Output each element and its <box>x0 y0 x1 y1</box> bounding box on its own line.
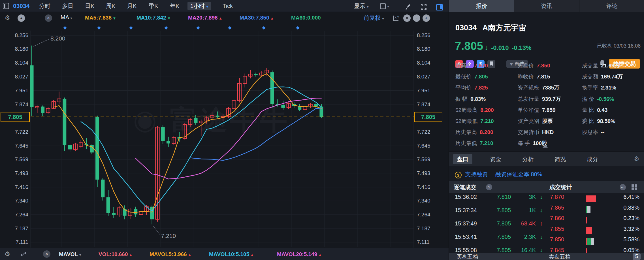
stat-label: 成交量 <box>582 62 598 69</box>
futu-trading-window: 03034 分时多日日K周K月K季K年K 1小时 ▾ Tick 显示 ▾ ▾ <box>0 0 644 260</box>
settings-gear-icon[interactable]: ⚙ <box>634 155 639 163</box>
stat-label: 52周最低 <box>455 118 477 125</box>
candlestick-chart[interactable]: 8.2007.210 <box>0 0 449 260</box>
axis-setting-button[interactable]: X,Y <box>392 15 399 23</box>
trade-price: 7.810 <box>497 191 511 202</box>
stat-value: 98.50% <box>597 118 615 125</box>
stock-name: A南方元宇宙 <box>483 24 526 32</box>
stat-pct: 5.58% <box>623 235 639 244</box>
subtab-简况[interactable]: 简况 <box>551 154 570 164</box>
trade-row[interactable]: 15:37:497.80568.4K↑ <box>449 218 547 229</box>
stat-value: HKD <box>542 129 554 136</box>
stat-成交量: 成交量21.69万 <box>582 62 620 69</box>
ma-label[interactable]: MA20:7.896 ▲ <box>188 14 222 22</box>
trade-volume: 2.3K <box>524 231 536 242</box>
price-stat-row[interactable]: 7.8650.88% <box>549 203 643 212</box>
stat-value: 股票 <box>542 118 553 125</box>
stat-平均价: 平均价7.825 <box>455 84 488 91</box>
ma-label[interactable]: MA30:7.850 ▲ <box>240 14 274 22</box>
stat-pct: 0.23% <box>623 213 639 223</box>
subtab-成分[interactable]: 成分 <box>583 154 602 164</box>
price-stat-row[interactable]: 7.8706.41% <box>549 192 643 202</box>
stat-label: 资产类别 <box>518 118 539 125</box>
svg-text:X,Y: X,Y <box>394 16 399 19</box>
margin-row: $ 支持融资 融资保证金率 80% <box>455 170 542 178</box>
stat-label: 溢 价 <box>582 96 594 103</box>
price-stat-row[interactable]: 7.8553.32% <box>549 224 643 234</box>
xy-axis-icon: X,Y <box>392 15 399 22</box>
stat-label: 振 幅 <box>455 96 468 103</box>
settings-gear-icon[interactable]: ⚙ <box>5 14 10 22</box>
subtab-盘口[interactable]: 盘口 <box>453 154 472 164</box>
stat-value: 7.210 <box>480 140 493 147</box>
price-stat-row[interactable]: 7.8505.58% <box>549 235 643 244</box>
stat-value: 7.870 <box>474 62 488 69</box>
stat-price: 7.860 <box>550 213 564 223</box>
trade-row[interactable]: 15:37:347.8051K↓ <box>449 205 547 216</box>
trade-time: 15:37:34 <box>455 205 477 216</box>
current-price-label-left: 7.805 <box>1 112 30 122</box>
tab-报价[interactable]: 报价 <box>449 0 514 12</box>
trade-time: 15:53:41 <box>455 231 477 242</box>
stat-label: 平均价 <box>455 84 472 91</box>
more-options-icon[interactable]: ⋯ <box>620 184 626 190</box>
bid-depth-label[interactable]: 买盘五档 <box>457 253 478 260</box>
indicator-group[interactable]: MA ▾ <box>61 14 72 21</box>
zoom-out-icon[interactable]: − <box>413 14 420 22</box>
help-icon[interactable]: ? <box>486 184 492 190</box>
ask-depth-label[interactable]: 卖盘五档 <box>549 253 570 260</box>
ma-label[interactable]: MA10:7.842 ▼ <box>137 14 171 22</box>
stat-value: 7.210 <box>480 118 494 125</box>
stat-bar <box>586 236 594 246</box>
trade-row[interactable]: 15:53:417.8052.3K↓ <box>449 231 547 242</box>
price-stat-row[interactable]: 7.8600.23% <box>549 213 643 223</box>
adjust-mode-button[interactable]: 前复权 ▾ <box>364 14 384 22</box>
stat-历史最高: 历史最高8.200 <box>455 129 493 136</box>
subtab-分析[interactable]: 分析 <box>518 154 538 164</box>
trade-price: 7.805 <box>497 231 511 242</box>
depth-level-badge[interactable]: 5 <box>633 253 641 260</box>
collapse-pane-icon[interactable]: ▲ <box>18 14 25 22</box>
stat-资产类别: 资产类别股票 <box>518 118 553 125</box>
stat-换手率: 换手率2.31% <box>582 84 616 91</box>
stat-value: 7.805 <box>474 73 488 80</box>
stat-单位净值: 单位净值7.859 <box>518 107 556 114</box>
stat-label: 历史最高 <box>455 129 477 136</box>
order-book-bar: 买盘五档 卖盘五档 5 <box>449 253 644 260</box>
remove-indicator-icon[interactable]: ✕ <box>45 14 52 22</box>
stat-price: 7.870 <box>550 192 564 202</box>
stat-52周最高: 52周最高8.200 <box>455 107 494 114</box>
chevron-down-icon: ▾ <box>70 16 72 20</box>
subtab-资金[interactable]: 资金 <box>486 154 505 164</box>
chart-panel: 03034 分时多日日K周K月K季K年K 1小时 ▾ Tick 显示 ▾ ▾ <box>0 0 449 260</box>
quote-subtabs: ⚙ 盘口资金分析简况成分 <box>449 152 644 166</box>
stat-开盘价: 开盘价7.850 <box>518 62 550 69</box>
margin-support-label[interactable]: 支持融资 <box>465 171 488 177</box>
ma-label[interactable]: MA60:0.000 <box>291 14 321 22</box>
ma-label[interactable]: MA5:7.836 ▼ <box>85 14 116 22</box>
trade-row[interactable]: 15:36:027.8103K↓ <box>449 191 547 202</box>
down-arrow-icon: ↓ <box>540 231 543 242</box>
stat-label: 开盘价 <box>518 62 534 69</box>
zoom-reset-icon[interactable]: = <box>403 14 411 22</box>
stat-label: 52周最高 <box>455 107 477 114</box>
stat-price: 7.855 <box>550 224 564 234</box>
down-arrow-icon: ↓ <box>540 205 543 216</box>
grid-view-icon[interactable] <box>632 184 637 191</box>
stat-label: 股息率 <box>582 129 598 136</box>
stat-资产规模: 资产规模7385万 <box>518 84 559 91</box>
zoom-in-icon[interactable]: ＋ <box>423 14 430 22</box>
tab-评论[interactable]: 评论 <box>579 0 644 12</box>
tab-资讯[interactable]: 资讯 <box>514 0 579 12</box>
stat-value: 939.7万 <box>542 96 561 103</box>
note-icon <box>487 60 495 68</box>
stat-pct: 6.41% <box>623 192 639 202</box>
stat-label: 单位净值 <box>518 107 539 114</box>
stat-label: 最高价 <box>455 62 472 69</box>
stat-历史最低: 历史最低7.210 <box>455 140 493 147</box>
collapse-chevron-icon[interactable] <box>543 145 548 148</box>
margin-rate-label[interactable]: 融资保证金率 80% <box>495 171 542 177</box>
stat-value: 8.200 <box>480 129 493 136</box>
stat-value: 7.815 <box>537 73 550 80</box>
stat-label: 历史最低 <box>455 140 477 147</box>
